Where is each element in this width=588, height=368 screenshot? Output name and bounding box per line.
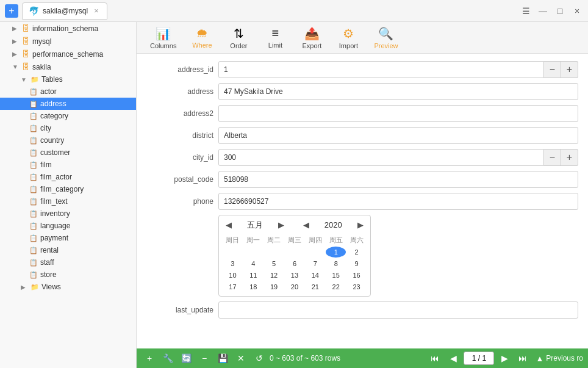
prev-page-button[interactable]: ◀ [445, 350, 461, 366]
sidebar-item-performance-schema[interactable]: ▶ 🗄 performance_schema [0, 48, 136, 60]
sidebar-item-tables[interactable]: ▼ 📁 Tables [0, 73, 136, 85]
tab-db-icon: 🐬 [29, 6, 39, 16]
where-button[interactable]: 🌧 Where [185, 24, 219, 51]
tab-sakila[interactable]: 🐬 sakila@mysql × [22, 2, 107, 20]
page-input[interactable] [464, 352, 494, 365]
limit-button[interactable]: ≡ Limit [258, 24, 292, 51]
address-id-input[interactable] [218, 61, 544, 78]
sidebar-item-customer[interactable]: 📋 customer [0, 146, 136, 159]
city-id-increment[interactable]: + [561, 149, 578, 166]
sidebar-item-city[interactable]: 📋 city [0, 122, 136, 134]
address2-input[interactable] [218, 105, 578, 122]
cal-day-18[interactable]: 18 [243, 281, 264, 292]
sidebar-item-film[interactable]: 📋 film [0, 159, 136, 171]
reload-button[interactable]: ↺ [251, 350, 267, 366]
address-id-increment[interactable]: + [561, 61, 578, 78]
sidebar-item-views[interactable]: ▶ 📁 Views [0, 281, 136, 293]
cal-day-21[interactable]: 21 [305, 281, 325, 292]
preview-button[interactable]: 🔍 Preview [368, 24, 404, 52]
next-month-button[interactable]: ▶ [275, 219, 287, 231]
cancel-button[interactable]: ✕ [233, 350, 249, 366]
sidebar-item-address[interactable]: 📋 address [0, 98, 136, 110]
menu-button[interactable]: ☰ [520, 5, 532, 17]
sidebar-item-label: sakila [32, 63, 51, 71]
cal-day-8[interactable]: 8 [326, 258, 346, 269]
db-icon: 🗄 [22, 49, 30, 59]
save-button[interactable]: 💾 [215, 350, 231, 366]
cal-day-13[interactable]: 13 [285, 270, 305, 281]
sidebar-item-language[interactable]: 📋 language [0, 220, 136, 232]
sidebar-item-inventory[interactable]: 📋 inventory [0, 207, 136, 220]
cal-day-2[interactable]: 2 [346, 247, 367, 258]
previous-row-button[interactable]: ▲ Previous ro [536, 354, 583, 363]
address-input[interactable] [218, 83, 578, 100]
minimize-button[interactable]: — [537, 5, 549, 17]
address-id-row: address_id − + [146, 61, 578, 78]
cal-day-3[interactable]: 3 [223, 258, 243, 269]
district-input[interactable] [218, 127, 578, 144]
next-page-button[interactable]: ▶ [497, 350, 512, 366]
sidebar-item-actor[interactable]: 📋 actor [0, 85, 136, 98]
last-update-row: last_update [146, 301, 578, 319]
sidebar-item-information-schema[interactable]: ▶ 🗄 information_schema [0, 22, 136, 35]
delete-row-button[interactable]: 🔧 [160, 350, 176, 366]
sidebar-item-label: mysql [32, 37, 51, 46]
sidebar-item-country[interactable]: 📋 country [0, 134, 136, 146]
postal-code-input[interactable] [218, 171, 578, 188]
new-tab-button[interactable]: + [5, 4, 18, 18]
cal-day-1[interactable]: 1 [326, 247, 346, 258]
last-update-input[interactable] [218, 301, 578, 319]
sidebar-item-sakila[interactable]: ▼ 🗄 sakila [0, 60, 136, 73]
cal-day-9[interactable]: 9 [346, 258, 367, 269]
calendar-grid: 周日 周一 周二 周三 周四 周五 周六 1 2 3 [223, 234, 367, 292]
cal-day-12[interactable]: 12 [264, 270, 284, 281]
refresh-button[interactable]: 🔄 [178, 350, 194, 366]
cal-day-19[interactable]: 19 [264, 281, 284, 292]
arrow-icon: ▶ [12, 25, 20, 32]
sidebar-item-category[interactable]: 📋 category [0, 110, 136, 122]
sidebar-item-film-category[interactable]: 📋 film_category [0, 183, 136, 195]
last-page-button[interactable]: ⏭ [515, 350, 531, 366]
sidebar-item-film-text[interactable]: 📋 film_text [0, 195, 136, 207]
cal-day-15[interactable]: 15 [326, 270, 346, 281]
first-page-button[interactable]: ⏮ [427, 350, 443, 366]
tab-close-button[interactable]: × [94, 6, 99, 15]
cal-day-10[interactable]: 10 [223, 270, 243, 281]
city-id-input[interactable] [218, 149, 544, 166]
table-icon: 📋 [29, 247, 38, 254]
cal-day-20[interactable]: 20 [285, 281, 305, 292]
next-year-button[interactable]: ▶ [354, 219, 367, 231]
sidebar-item-payment[interactable]: 📋 payment [0, 232, 136, 244]
cal-day-16[interactable]: 16 [346, 270, 367, 281]
sidebar-item-store[interactable]: 📋 store [0, 269, 136, 281]
export-icon: 📤 [304, 26, 320, 41]
export-button[interactable]: 📤 Export [295, 24, 329, 52]
cal-day-23[interactable]: 23 [346, 281, 367, 292]
cal-day-7[interactable]: 7 [305, 258, 325, 269]
cal-day-11[interactable]: 11 [243, 270, 264, 281]
phone-input[interactable] [218, 193, 578, 210]
city-id-decrement[interactable]: − [544, 149, 561, 166]
cal-day-5[interactable]: 5 [264, 258, 284, 269]
sidebar-item-film-actor[interactable]: 📋 film_actor [0, 171, 136, 183]
sidebar-item-rental[interactable]: 📋 rental [0, 244, 136, 256]
sidebar-item-mysql[interactable]: ▶ 🗄 mysql [0, 35, 136, 48]
prev-year-button[interactable]: ◀ [300, 219, 312, 231]
sidebar-item-label: film [40, 161, 52, 169]
import-button[interactable]: ⚙ Import [331, 24, 365, 52]
add-row-button[interactable]: + [142, 350, 157, 366]
cal-day-14[interactable]: 14 [305, 270, 325, 281]
prev-month-button[interactable]: ◀ [223, 219, 235, 231]
cal-day-6[interactable]: 6 [285, 258, 305, 269]
cal-day-22[interactable]: 22 [326, 281, 346, 292]
cal-header-mon: 周一 [243, 234, 264, 246]
cal-day-4[interactable]: 4 [243, 258, 264, 269]
columns-button[interactable]: 📊 Columns [144, 24, 182, 52]
close-button[interactable]: × [571, 5, 583, 17]
cal-day-17[interactable]: 17 [223, 281, 243, 292]
maximize-button[interactable]: □ [554, 5, 566, 17]
filter-button[interactable]: − [196, 350, 212, 366]
sidebar-item-staff[interactable]: 📋 staff [0, 256, 136, 269]
address-id-decrement[interactable]: − [544, 61, 561, 78]
order-button[interactable]: ⇅ Order [221, 24, 256, 52]
